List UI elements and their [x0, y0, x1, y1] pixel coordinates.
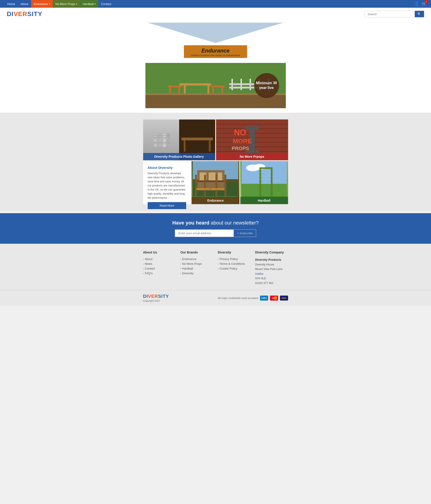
nav-links: Home About Endurance ▾ No More Props ▾ H…	[5, 0, 114, 8]
svg-rect-58	[196, 188, 210, 190]
nav-home[interactable]: Home	[5, 0, 18, 8]
chevron-icon: ›	[181, 267, 181, 270]
footer-link-faqs[interactable]: ›FAQ's	[143, 271, 176, 275]
email-input[interactable]	[175, 229, 234, 237]
footer-logo[interactable]: DIVERSITY	[143, 294, 169, 299]
footer-link-privacy[interactable]: ›Privacy Policy	[218, 257, 251, 261]
footer-logo-ver: VER	[148, 294, 158, 299]
search-bar: 🔍	[365, 11, 424, 18]
nav-icons: 👤 🛒 6	[414, 1, 426, 6]
svg-rect-66	[271, 168, 272, 197]
chevron-icon: ›	[143, 262, 144, 265]
svg-rect-10	[211, 86, 225, 87]
chevron-icon: ›	[181, 262, 181, 265]
search-button[interactable]: 🔍	[415, 11, 424, 17]
hero-outdoor-bg: Minimum 30 year live	[145, 63, 286, 108]
user-icon[interactable]: 👤	[414, 1, 419, 6]
footer-diversity-heading: Diversity	[218, 251, 251, 254]
about-content: About Diversity Diversity Products devel…	[148, 166, 186, 200]
footer-brands-heading: Our Brands	[181, 251, 213, 254]
search-input[interactable]	[365, 11, 415, 17]
hero-image-area: Minimum 30 year live	[0, 63, 431, 113]
footer-link-diversity[interactable]: ›Diversity	[181, 271, 213, 275]
read-more-button[interactable]: Read More	[148, 202, 186, 209]
nav-nmp[interactable]: No More Props ▾	[53, 0, 80, 8]
footer-link-news[interactable]: ›News	[143, 262, 176, 265]
footer-brands-links: ›Endurance ›No More Props ›Hardball ›Div…	[181, 257, 213, 275]
footer-link-hardball[interactable]: ›Hardball	[181, 267, 213, 270]
about-text: Diversity Products develops new ideas th…	[148, 171, 186, 200]
svg-rect-67	[260, 167, 272, 169]
svg-text:PROPS: PROPS	[232, 145, 249, 151]
chevron-icon: ›	[143, 258, 144, 261]
subscribe-button[interactable]: + Subscribe	[234, 229, 256, 237]
nav-endurance[interactable]: Endurance ▾	[31, 0, 53, 8]
svg-rect-9	[169, 85, 171, 88]
chevron-icon: ›	[218, 267, 219, 270]
svg-text:NMP: NMP	[159, 135, 162, 136]
svg-rect-39	[209, 140, 211, 152]
svg-rect-4	[184, 86, 186, 93]
product-grid-bottom: About Diversity Diversity Products devel…	[143, 161, 288, 204]
footer-company-heading: Diversity Company	[255, 251, 288, 254]
footer-link-contact[interactable]: ›Contact	[143, 267, 176, 270]
site-header: DIVERSITY 🔍	[0, 8, 431, 20]
chevron-icon: ›	[218, 258, 219, 261]
nav-hardball[interactable]: Hardball ▾	[80, 0, 98, 8]
logo-di: DI	[7, 10, 14, 18]
svg-rect-55	[204, 175, 206, 200]
footer-col-brands: Our Brands ›Endurance ›No More Props ›Ha…	[181, 251, 213, 285]
endurance-item[interactable]: Endurance	[192, 161, 239, 204]
hardball-item[interactable]: Hardball	[240, 161, 288, 204]
gallery-item[interactable]: NMP NMP NMP NMP Endurance	[143, 119, 215, 160]
svg-rect-7	[169, 87, 171, 93]
footer-bottom-inner: DIVERSITY Copyright 2021 All major credi…	[143, 294, 288, 302]
nmp-item[interactable]: NO MORE PROPS No More Prpops	[216, 119, 288, 160]
nav-about[interactable]: About	[18, 0, 31, 8]
footer-link-endurance[interactable]: ›Endurance	[181, 257, 213, 261]
hero-circle-badge: Minimum 30 year live	[254, 73, 279, 98]
logo-sity: SITY	[28, 10, 42, 18]
svg-rect-5	[207, 86, 209, 93]
footer-link-about[interactable]: ›About	[143, 257, 176, 261]
svg-rect-59	[211, 188, 224, 190]
footer-link-terms[interactable]: ›Terms & Conditions	[218, 262, 251, 265]
svg-rect-3	[179, 83, 211, 86]
footer-about-links: ›About ›News ›Contact ›FAQ's	[143, 257, 176, 275]
svg-rect-57	[224, 175, 226, 200]
svg-text:NMP: NMP	[154, 135, 157, 136]
chevron-icon: ›	[143, 267, 144, 270]
endurance-dropdown-arrow: ▾	[49, 3, 50, 5]
mastercard-icon: MC	[270, 296, 278, 301]
endurance-title: Endurance	[191, 47, 240, 54]
footer: About Us ›About ›News ›Contact ›FAQ's Ou…	[0, 244, 431, 290]
site-logo[interactable]: DIVERSITY	[7, 10, 42, 18]
products-wrapper: NMP NMP NMP NMP Endurance	[143, 119, 288, 204]
svg-text:MORE: MORE	[233, 138, 252, 145]
payment-label: All major credit/debit cards accepted	[218, 297, 258, 299]
hero-arrow-container	[0, 20, 431, 43]
svg-rect-51	[209, 172, 215, 181]
footer-diversity-links: ›Privacy Policy ›Terms & Conditions ›Coo…	[218, 257, 251, 270]
nav-contact[interactable]: Contact	[98, 0, 114, 8]
svg-rect-52	[218, 172, 222, 181]
svg-rect-12	[221, 87, 223, 93]
svg-rect-42	[245, 126, 259, 129]
endurance-label: Endurance	[192, 197, 239, 204]
hardball-label: Hardball	[240, 197, 288, 204]
gallery-label: Diversity Products Photo Gallery	[143, 153, 215, 160]
footer-company-details: Diversity Products Diversity House Mount…	[255, 257, 288, 285]
cart-icon[interactable]: 🛒 6	[422, 1, 426, 6]
svg-point-28	[153, 143, 158, 148]
top-navigation: Home About Endurance ▾ No More Props ▾ H…	[0, 0, 431, 8]
footer-copyright: Copyright 2021	[143, 299, 169, 302]
hero-arrow	[148, 23, 284, 43]
svg-rect-54	[195, 175, 197, 200]
footer-columns: About Us ›About ›News ›Contact ›FAQ's Ou…	[143, 251, 288, 285]
about-title: About Diversity	[148, 166, 186, 170]
footer-link-nmp[interactable]: ›No More Props	[181, 262, 213, 265]
footer-link-cookie[interactable]: ›Cookie Policy	[218, 267, 251, 270]
svg-point-29	[158, 143, 162, 148]
nmp-label: No More Prpops	[216, 153, 288, 160]
svg-point-24	[153, 138, 158, 143]
